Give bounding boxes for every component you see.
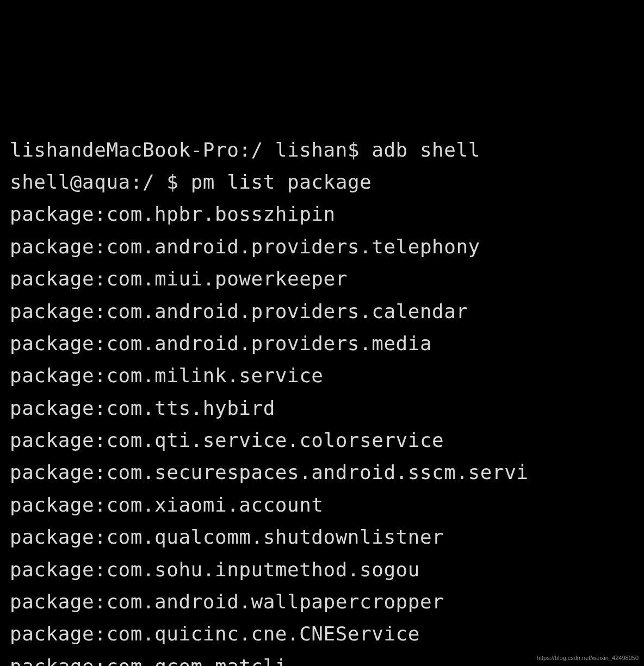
package-line: package:com.qualcomm.shutdownlistner [10, 526, 444, 548]
package-line: package:com.hpbr.bosszhipin [10, 203, 336, 225]
prompt-host: lishandeMacBook-Pro:/ [10, 139, 263, 161]
package-line: package:com.xiaomi.account [10, 494, 324, 516]
package-line: package:com.qti.service.colorservice [10, 429, 444, 451]
shell-prompt: shell@aqua:/ $ [10, 171, 178, 193]
package-line: package:com.miui.powerkeeper [10, 267, 348, 290]
package-line: package:com.qcom.matcli [10, 655, 287, 666]
prompt-line-1: lishandeMacBook-Pro:/ lishan$ adb shell [10, 139, 480, 161]
package-line: package:com.android.providers.calendar [10, 300, 468, 322]
terminal-output[interactable]: lishandeMacBook-Pro:/ lishan$ adb shell … [10, 134, 634, 666]
package-line: package:com.milink.service [10, 364, 324, 387]
package-line: package:com.android.providers.media [10, 332, 432, 354]
package-line: package:com.android.providers.telephony [10, 235, 480, 258]
command-1: adb shell [371, 139, 480, 161]
prompt-line-2: shell@aqua:/ $ pm list package [10, 171, 371, 193]
package-line: package:com.securespaces.android.sscm.se… [10, 461, 528, 483]
package-line: package:com.quicinc.cne.CNEService [10, 623, 420, 645]
watermark-text: https://blog.csdn.net/weixin_42498050 [537, 653, 639, 663]
prompt-user: lishan$ [275, 139, 360, 161]
command-2: pm list package [191, 171, 372, 193]
package-line: package:com.sohu.inputmethod.sogou [10, 558, 420, 581]
package-line: package:com.tts.hybird [10, 397, 275, 419]
package-line: package:com.android.wallpapercropper [10, 590, 444, 613]
